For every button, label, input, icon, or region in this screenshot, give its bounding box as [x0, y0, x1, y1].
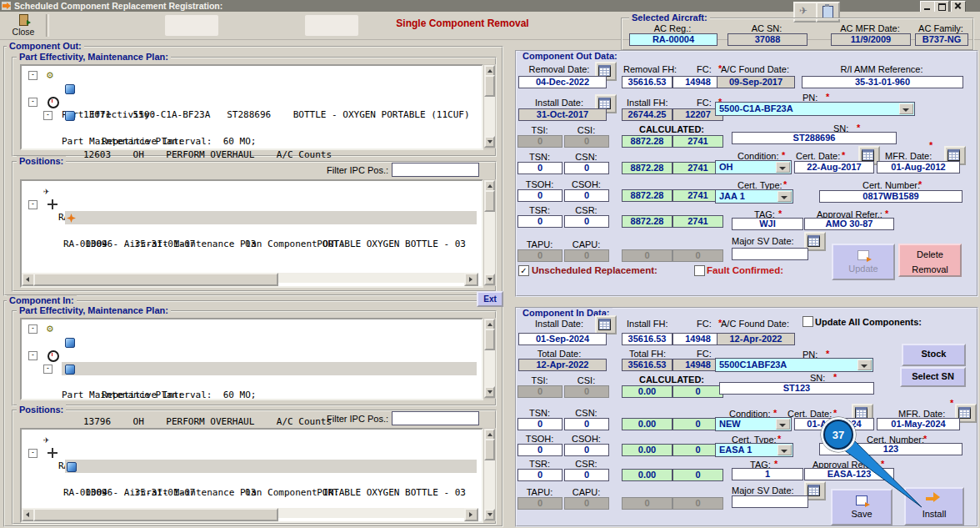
vertical-scrollbar[interactable] — [483, 64, 496, 148]
tapu-field: 0 — [518, 497, 562, 510]
tsoh-field[interactable]: 0 — [518, 189, 562, 202]
dropdown-arrow-icon[interactable] — [858, 360, 872, 370]
select-sn-button[interactable]: Select SN — [900, 367, 966, 387]
expand-toggle[interactable]: - — [28, 324, 38, 334]
approval-refer-field[interactable]: EASA-123 — [804, 468, 894, 480]
tag-field[interactable]: WJI — [732, 218, 803, 230]
horizontal-scrollbar[interactable] — [22, 508, 478, 518]
tree-row[interactable]: - Part Maintenance Plan: — [22, 349, 482, 362]
csr-field[interactable]: 0 — [564, 469, 609, 481]
tree-row[interactable]: - RA-00004 - Aircraft Maintenance Plan C… — [22, 446, 482, 460]
cert-number-field[interactable]: 123 — [819, 443, 962, 455]
csoh-field[interactable]: 0 — [564, 444, 609, 456]
mfr-date-field[interactable]: 01-May-2024 — [877, 418, 960, 430]
tsoh-field[interactable]: 0 — [518, 444, 562, 456]
tree-row[interactable]: ✈ RA-00004 — [22, 433, 482, 446]
stock-button[interactable]: Stock — [902, 344, 966, 366]
csr-field[interactable]: 0 — [564, 215, 609, 228]
tree-row[interactable]: Repetitive Interval: 60 MO; — [22, 122, 482, 135]
csn-field[interactable]: 0 — [564, 162, 609, 174]
install-fc-field[interactable]: 14948 — [672, 333, 723, 345]
update-all-components-checkbox[interactable] — [802, 316, 813, 327]
tree-row[interactable]: Repetitive Interval: 60 MO; — [22, 375, 482, 389]
expand-toggle[interactable]: - — [28, 351, 38, 360]
mfr-date-field[interactable]: 01-Aug-2012 — [877, 161, 960, 173]
sn-field[interactable]: ST123 — [719, 382, 874, 395]
ac-reg-field[interactable]: RA-00004 — [629, 33, 718, 46]
approval-refer-field[interactable]: AMO 30-87 — [804, 218, 894, 230]
close-button[interactable]: Close — [5, 13, 42, 38]
fault-confirmed-checkbox[interactable] — [694, 265, 705, 276]
expand-toggle[interactable]: - — [28, 200, 38, 209]
tree-row-selected[interactable]: 13096 35-31-01-07 03 PORTABLE OXYGEN BOT… — [65, 460, 477, 473]
tree-row-selected[interactable]: - 13796 OH PERFORM OVERHAUL A/C Counts — [22, 362, 482, 375]
horizontal-scrollbar[interactable] — [22, 273, 478, 283]
dropdown-arrow-icon[interactable] — [899, 103, 913, 114]
dropdown-arrow-icon[interactable] — [776, 419, 790, 430]
major-sv-date-field[interactable] — [732, 248, 808, 260]
tree-row[interactable]: - Part Maintenance Plan: — [22, 95, 482, 108]
removal-fh-field[interactable]: 35616.53 — [622, 76, 672, 88]
csoh-field[interactable]: 0 — [564, 189, 609, 202]
pn-combo[interactable]: 5500-C1A-BF23A — [715, 102, 915, 116]
install-date-field[interactable]: 01-Sep-2024 — [518, 333, 607, 345]
calc-fc-field: 2741 — [672, 215, 723, 228]
delete-removal-button[interactable]: Delete Removal — [898, 244, 962, 277]
calendar-icon — [958, 407, 971, 419]
update-button[interactable]: Update — [832, 244, 895, 280]
restore-button[interactable] — [934, 1, 949, 13]
sn-field[interactable]: ST288696 — [732, 132, 897, 144]
expand-toggle[interactable]: - — [28, 449, 38, 458]
cert-type-combo[interactable]: JAA 1 — [715, 189, 793, 204]
tree-row[interactable]: 20424 5500C1ABF23A ST123 PORTABLE OXYGEN… — [22, 335, 482, 349]
tree-row[interactable]: - ⚙ Part Effectivity: — [22, 322, 482, 335]
cert-date-field[interactable]: 01-Aug-2024 — [794, 418, 874, 430]
vertical-scrollbar[interactable] — [483, 428, 496, 521]
install-date-calendar-button[interactable] — [595, 315, 617, 334]
csn-field[interactable]: 0 — [564, 418, 609, 430]
tree-row[interactable]: - 12603 OH PERFORM OVERHAUL A/C Counts — [22, 108, 482, 122]
dropdown-arrow-icon[interactable] — [776, 162, 790, 173]
ext-button[interactable]: Ext — [477, 291, 503, 307]
removal-fc-field[interactable]: 14948 — [672, 76, 723, 88]
save-button[interactable]: Save — [831, 489, 892, 525]
pn-combo[interactable]: 5500C1ABF23A — [715, 358, 873, 372]
install-button[interactable]: Install — [904, 487, 964, 525]
dropdown-arrow-icon[interactable] — [778, 191, 792, 202]
minimize-button[interactable] — [920, 1, 935, 13]
expand-toggle[interactable]: - — [28, 71, 38, 80]
tree-row[interactable]: ✈ RA-00004 — [22, 184, 482, 198]
tsr-field[interactable]: 0 — [518, 215, 562, 228]
vertical-scrollbar[interactable] — [483, 179, 496, 286]
tag-field[interactable]: 1 — [732, 468, 803, 480]
tree-row[interactable]: 13071 5500-C1A-BF23A ST288696 BOTTLE - O… — [22, 82, 482, 95]
expand-toggle[interactable]: - — [28, 98, 38, 107]
close-window-button[interactable] — [951, 1, 966, 13]
cert-number-field[interactable]: 0817WB1589 — [819, 190, 962, 203]
install-fh-field[interactable]: 35616.53 — [622, 333, 672, 345]
vertical-scrollbar[interactable] — [483, 318, 496, 399]
filter-ipc-input[interactable] — [392, 411, 479, 425]
cert-type-combo[interactable]: EASA 1 — [715, 443, 793, 457]
gear-icon: ⚙ — [47, 68, 53, 82]
tsr-field[interactable]: 0 — [518, 469, 562, 481]
unscheduled-replacement-checkbox[interactable]: ✓ — [518, 265, 529, 276]
tsn-field[interactable]: 0 — [518, 162, 562, 174]
tree-row[interactable]: - RA-00004 - Aircraft Maintenance Plan C… — [22, 198, 482, 211]
calc-fh-field: 0.00 — [622, 385, 672, 398]
ri-amm-field[interactable]: 35-31-01-960 — [802, 76, 963, 88]
major-sv-date-field[interactable] — [732, 495, 808, 508]
expand-toggle[interactable]: - — [43, 365, 52, 374]
expand-toggle[interactable]: - — [43, 111, 52, 120]
tree-row-selected[interactable]: 13096 35-31-01-07 03 PORTABLE OXYGEN BOT… — [65, 211, 477, 224]
dropdown-arrow-icon[interactable] — [778, 445, 792, 455]
condition-combo[interactable]: OH — [715, 160, 792, 174]
tsoh-label: TSOH: — [518, 434, 562, 444]
condition-combo[interactable]: NEW — [715, 417, 792, 431]
cert-date-field[interactable]: 22-Aug-2017 — [794, 161, 874, 173]
tsr-label: TSR: — [518, 459, 562, 469]
removal-date-field[interactable]: 04-Dec-2022 — [518, 76, 607, 88]
tsn-field[interactable]: 0 — [518, 418, 562, 430]
tree-row[interactable]: - ⚙ Part Effectivity: — [22, 68, 482, 82]
filter-ipc-input[interactable] — [392, 163, 479, 177]
